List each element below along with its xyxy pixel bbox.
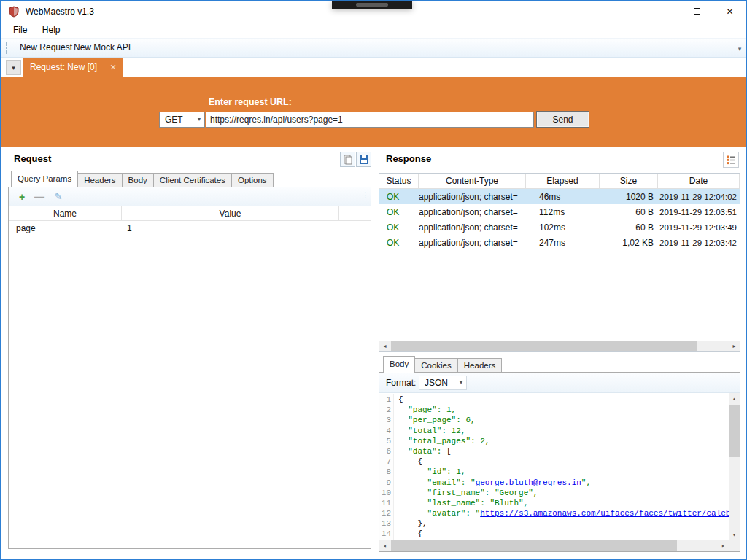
method-value: GET (165, 112, 183, 127)
recorder-handle-icon (356, 3, 388, 7)
tab-response-body[interactable]: Body (383, 356, 415, 373)
response-panel: Response Status Content-Type Elapsed Siz… (379, 151, 740, 552)
response-row[interactable]: OKapplication/json; charset=112ms60 B201… (379, 204, 740, 219)
code-line: "total_pages": 2, (398, 436, 729, 446)
elapsed-column-header[interactable]: Elapsed (526, 174, 600, 188)
app-window: WebMaestro v1.3 ─ ✕ File Help New Reques… (0, 0, 747, 560)
code-line: "total": 12, (398, 426, 729, 436)
send-button[interactable]: Send (536, 111, 589, 128)
request-document-tab[interactable]: Request: New [0] ✕ (23, 58, 123, 77)
tab-headers[interactable]: Headers (78, 173, 122, 187)
response-hscroll-thumb[interactable] (391, 341, 697, 351)
response-tabs: Body Cookies Headers (383, 356, 502, 373)
request-panel: Request Query Params Headers Body Client… (8, 151, 371, 549)
url-banner: Enter request URL: GET ▾ Send (1, 77, 746, 147)
code-line: "email": "george.bluth@reqres.in", (398, 478, 729, 488)
ordered-list-icon (726, 155, 736, 165)
minimize-button[interactable]: ─ (648, 1, 681, 22)
code-lines[interactable]: { "page": 1, "per_page": 6, "total": 12,… (398, 394, 729, 540)
code-line: "id": 1, (398, 467, 729, 477)
tab-response-headers[interactable]: Headers (458, 358, 502, 373)
screen-recorder-bar (332, 1, 412, 9)
caret-down-icon: ▾ (198, 112, 201, 127)
caret-down-icon: ▾ (12, 64, 15, 71)
format-toolbar: Format: JSON ▾ (379, 373, 740, 393)
code-line: "page": 1, (398, 405, 729, 415)
response-body-content: Format: JSON ▾ 1234567891011121314 { "pa… (379, 372, 740, 552)
caret-down-icon: ▾ (460, 376, 462, 389)
tab-body[interactable]: Body (123, 173, 154, 187)
scroll-up-icon[interactable]: ▴ (729, 393, 740, 404)
response-row[interactable]: OKapplication/json; charset=247ms1,02 KB… (379, 235, 740, 250)
code-line: "data": [ (398, 446, 729, 456)
close-button[interactable]: ✕ (713, 1, 746, 22)
scroll-down-icon[interactable]: ▾ (729, 529, 740, 540)
toolbar-overflow-button[interactable]: ▾ (735, 43, 745, 55)
code-line: { (398, 529, 729, 539)
status-column-header[interactable]: Status (379, 174, 419, 188)
window-title: WebMaestro v1.3 (26, 7, 94, 17)
url-input[interactable] (206, 112, 534, 128)
maximize-button[interactable] (681, 1, 713, 22)
scroll-right-icon[interactable]: ▸ (729, 341, 740, 351)
tab-client-certificates[interactable]: Client Certificates (154, 173, 232, 187)
tab-list-dropdown-button[interactable]: ▾ (6, 60, 21, 75)
response-table-body: OKapplication/json; charset=46ms1020 B20… (379, 189, 740, 250)
request-tab-label: Request: New [0] (30, 58, 97, 77)
close-icon: ✕ (726, 7, 733, 17)
scroll-left-icon[interactable]: ◂ (379, 341, 390, 351)
tab-response-cookies[interactable]: Cookies (415, 358, 458, 373)
toolbar: New Request New Mock API ▾ (1, 38, 746, 58)
params-toolbar-grip: ⋮ (362, 191, 369, 199)
toolbar-grip[interactable] (6, 42, 8, 54)
add-param-button[interactable]: + (15, 187, 29, 206)
paste-request-button[interactable] (340, 152, 355, 167)
response-row[interactable]: OKapplication/json; charset=46ms1020 B20… (379, 189, 740, 204)
format-value: JSON (425, 376, 448, 389)
code-line: }, (398, 518, 729, 529)
code-vscroll-thumb[interactable] (729, 405, 740, 457)
params-toolbar: + — ✎ ⋮ (9, 187, 371, 206)
code-line: { (398, 456, 729, 467)
code-line: { (398, 394, 729, 405)
response-table-header: Status Content-Type Elapsed Size Date (379, 174, 740, 189)
response-hscrollbar[interactable]: ◂ ▸ (379, 341, 740, 351)
code-hscroll-thumb[interactable] (391, 540, 677, 551)
code-line: "last_name": "Bluth", (398, 498, 729, 508)
save-request-button[interactable] (356, 152, 371, 167)
method-select[interactable]: GET ▾ (159, 112, 205, 128)
request-panel-actions (340, 152, 371, 167)
document-tabstrip: ▾ Request: New [0] ✕ (1, 58, 746, 77)
size-column-header[interactable]: Size (600, 174, 658, 188)
request-panel-title: Request (14, 153, 51, 164)
edit-param-button[interactable]: ✎ (51, 187, 66, 206)
code-line: "first_name": "George", (398, 488, 729, 498)
menu-item-file[interactable]: File (7, 23, 33, 38)
response-row[interactable]: OKapplication/json; charset=102ms60 B201… (379, 219, 740, 235)
scroll-right-icon[interactable]: ▸ (718, 540, 729, 551)
request-tabs: Query Params Headers Body Client Certifi… (11, 171, 274, 187)
remove-param-button[interactable]: — (32, 187, 47, 206)
content-type-column-header[interactable]: Content-Type (419, 174, 526, 188)
code-line: "avatar": "https://s3.amazonaws.com/uifa… (398, 508, 729, 518)
tab-close-icon[interactable]: ✕ (108, 62, 118, 72)
scroll-left-icon[interactable]: ◂ (379, 540, 390, 551)
new-request-button[interactable]: New Request (15, 39, 77, 57)
date-column-header[interactable]: Date (658, 174, 740, 188)
response-panel-title: Response (386, 153, 431, 164)
format-select[interactable]: JSON ▾ (419, 376, 467, 390)
tab-options[interactable]: Options (232, 173, 274, 187)
code-line: "per_page": 6, (398, 415, 729, 425)
new-mock-api-button[interactable]: New Mock API (69, 39, 135, 57)
param-row[interactable]: page1 (9, 221, 371, 236)
tab-query-params[interactable]: Query Params (11, 171, 78, 187)
url-label: Enter request URL: (209, 97, 292, 107)
code-hscrollbar[interactable]: ◂ ▸ (379, 540, 729, 551)
name-column-header[interactable]: Name (9, 206, 122, 220)
json-code-viewer[interactable]: 1234567891011121314 { "page": 1, "per_pa… (379, 393, 740, 551)
menu-item-help[interactable]: Help (36, 23, 66, 38)
value-column-header[interactable]: Value (122, 206, 339, 220)
code-vscrollbar[interactable]: ▴ ▾ (729, 393, 740, 540)
request-table-body: page1 (9, 221, 371, 548)
response-history-button[interactable] (723, 152, 739, 168)
